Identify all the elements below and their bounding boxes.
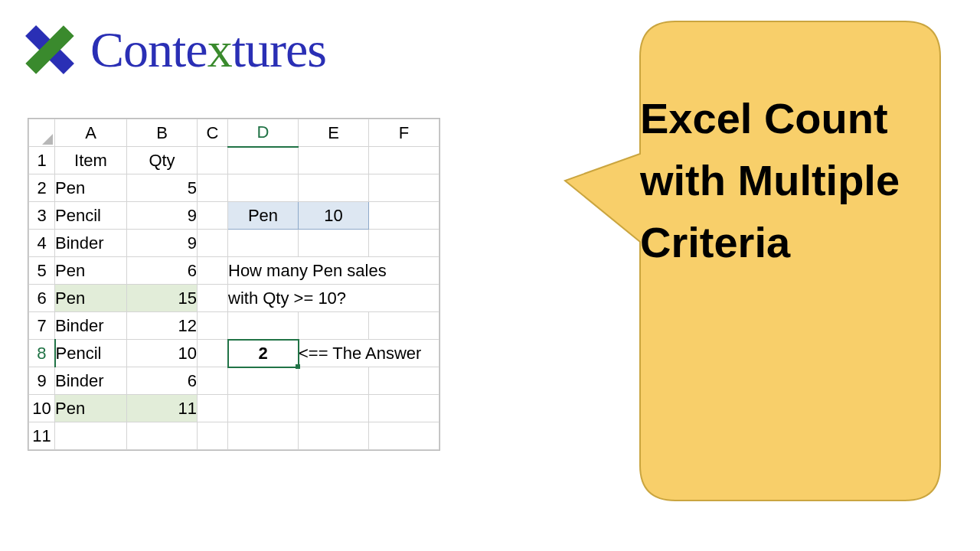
- cell-A6[interactable]: Pen: [55, 285, 127, 312]
- spreadsheet[interactable]: A B C D E F 1 Item Qty 2 Pen 5 3: [28, 118, 440, 451]
- row-header-1[interactable]: 1: [29, 147, 55, 174]
- cell-E9[interactable]: [299, 367, 369, 395]
- cell-B11[interactable]: [127, 422, 198, 450]
- cell-E7[interactable]: [299, 312, 369, 340]
- cell-B5[interactable]: 6: [127, 257, 198, 285]
- cell-A3[interactable]: Pencil: [55, 202, 127, 230]
- question-line-2: with Qty >= 10?: [228, 285, 439, 312]
- cell-F10[interactable]: [369, 395, 439, 422]
- cell-A7[interactable]: Binder: [55, 312, 127, 340]
- col-header-E[interactable]: E: [299, 119, 369, 147]
- cell-B9[interactable]: 6: [127, 367, 198, 395]
- cell-C9[interactable]: [198, 367, 228, 395]
- cell-F2[interactable]: [369, 174, 439, 202]
- cell-A8[interactable]: Pencil: [55, 340, 127, 367]
- cell-C1[interactable]: [198, 147, 228, 174]
- cell-A2[interactable]: Pen: [55, 174, 127, 202]
- cell-B6[interactable]: 15: [127, 285, 198, 312]
- cell-B4[interactable]: 9: [127, 230, 198, 257]
- cell-E10[interactable]: [299, 395, 369, 422]
- row-header-4[interactable]: 4: [29, 230, 55, 257]
- cell-E11[interactable]: [299, 422, 369, 450]
- cell-E4[interactable]: [299, 230, 369, 257]
- cell-F9[interactable]: [369, 367, 439, 395]
- cell-C4[interactable]: [198, 230, 228, 257]
- cell-D7[interactable]: [228, 312, 299, 340]
- cell-B1[interactable]: Qty: [127, 147, 198, 174]
- cell-C3[interactable]: [198, 202, 228, 230]
- cell-B8[interactable]: 10: [127, 340, 198, 367]
- cell-F7[interactable]: [369, 312, 439, 340]
- row-header-6[interactable]: 6: [29, 285, 55, 312]
- col-header-D[interactable]: D: [228, 119, 299, 147]
- cell-D2[interactable]: [228, 174, 299, 202]
- cell-C2[interactable]: [198, 174, 228, 202]
- select-all-corner[interactable]: [29, 119, 55, 147]
- cell-A11[interactable]: [55, 422, 127, 450]
- row-header-11[interactable]: 11: [29, 422, 55, 450]
- row-header-10[interactable]: 10: [29, 395, 55, 422]
- cell-C5[interactable]: [198, 257, 228, 285]
- title-callout: Excel Count with Multiple Criteria: [559, 20, 942, 502]
- cell-C11[interactable]: [198, 422, 228, 450]
- cell-D9[interactable]: [228, 367, 299, 395]
- row-header-8[interactable]: 8: [29, 340, 55, 367]
- answer-label: <== The Answer: [299, 340, 439, 367]
- col-header-C[interactable]: C: [198, 119, 228, 147]
- cell-D8-answer[interactable]: 2: [228, 340, 299, 367]
- cell-D10[interactable]: [228, 395, 299, 422]
- question-line-1: How many Pen sales: [228, 257, 439, 285]
- cell-C6[interactable]: [198, 285, 228, 312]
- cell-A1[interactable]: Item: [55, 147, 127, 174]
- row-header-9[interactable]: 9: [29, 367, 55, 395]
- cell-A5[interactable]: Pen: [55, 257, 127, 285]
- cell-A4[interactable]: Binder: [55, 230, 127, 257]
- cell-F11[interactable]: [369, 422, 439, 450]
- logo-text: Contextures: [90, 21, 326, 79]
- row-header-3[interactable]: 3: [29, 202, 55, 230]
- cell-C10[interactable]: [198, 395, 228, 422]
- cell-E1[interactable]: [299, 147, 369, 174]
- brand-logo: Contextures: [20, 20, 326, 80]
- col-header-B[interactable]: B: [127, 119, 198, 147]
- row-header-2[interactable]: 2: [29, 174, 55, 202]
- cell-B3[interactable]: 9: [127, 202, 198, 230]
- col-header-A[interactable]: A: [55, 119, 127, 147]
- cell-F4[interactable]: [369, 230, 439, 257]
- cell-B7[interactable]: 12: [127, 312, 198, 340]
- row-header-7[interactable]: 7: [29, 312, 55, 340]
- cell-D3-criteria-item[interactable]: Pen: [228, 202, 299, 230]
- cell-E3-criteria-qty[interactable]: 10: [299, 202, 369, 230]
- callout-text: Excel Count with Multiple Criteria: [640, 94, 900, 266]
- logo-mark-icon: [20, 20, 80, 80]
- cell-D4[interactable]: [228, 230, 299, 257]
- row-header-5[interactable]: 5: [29, 257, 55, 285]
- cell-C8[interactable]: [198, 340, 228, 367]
- cell-C7[interactable]: [198, 312, 228, 340]
- cell-E2[interactable]: [299, 174, 369, 202]
- cell-B10[interactable]: 11: [127, 395, 198, 422]
- col-header-F[interactable]: F: [369, 119, 439, 147]
- cell-F3[interactable]: [369, 202, 439, 230]
- cell-D1[interactable]: [228, 147, 299, 174]
- cell-A10[interactable]: Pen: [55, 395, 127, 422]
- cell-A9[interactable]: Binder: [55, 367, 127, 395]
- cell-F1[interactable]: [369, 147, 439, 174]
- cell-B2[interactable]: 5: [127, 174, 198, 202]
- cell-D11[interactable]: [228, 422, 299, 450]
